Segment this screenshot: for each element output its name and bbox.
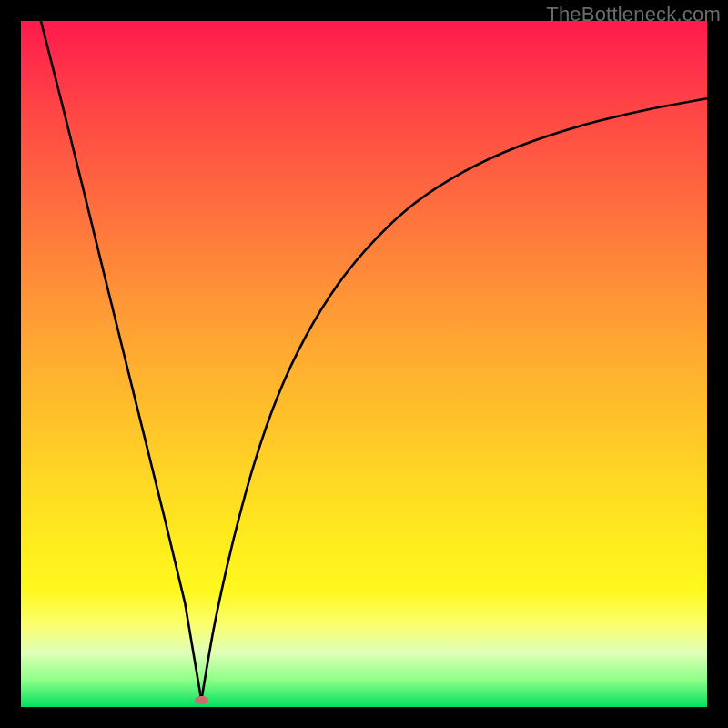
chart-area <box>21 21 707 707</box>
bottleneck-curve <box>21 21 707 707</box>
outer-frame: TheBottleneck.com <box>0 0 728 728</box>
vertex-marker <box>195 696 208 705</box>
